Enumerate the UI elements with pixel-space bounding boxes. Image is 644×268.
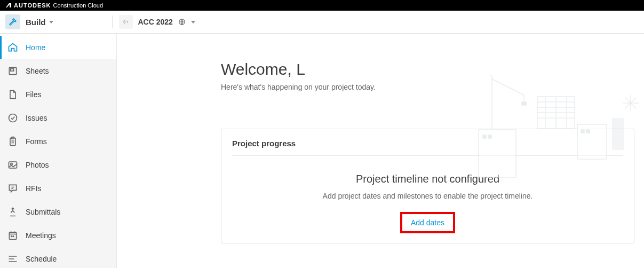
hammer-icon — [8, 17, 18, 27]
sidebar-item-label: Sheets — [26, 67, 49, 75]
product-name: Construction Cloud — [53, 2, 104, 9]
svg-rect-13 — [488, 135, 491, 138]
top-bar: AUTODESK Construction Cloud — [0, 0, 644, 11]
app-name-label: Build — [26, 18, 46, 27]
sidebar-item-files[interactable]: Files — [0, 83, 116, 106]
svg-point-3 — [9, 114, 17, 122]
sheets-icon — [7, 66, 18, 76]
sidebar-item-sheets[interactable]: Sheets — [0, 59, 116, 83]
app-icon[interactable] — [5, 14, 20, 29]
header: Build ACC 2022 — [0, 11, 644, 34]
svg-rect-27 — [581, 130, 584, 133]
svg-line-15 — [492, 79, 524, 95]
sidebar-item-label: Photos — [26, 161, 49, 169]
sidebar-item-label: Files — [26, 90, 42, 99]
brand-name: AUTODESK — [14, 2, 51, 9]
header-divider — [112, 15, 113, 28]
chevron-down-icon — [49, 21, 53, 23]
autodesk-icon — [5, 3, 12, 8]
timeline-desc: Add project dates and milestones to enab… — [232, 192, 623, 200]
sidebar-item-schedule[interactable]: Schedule — [0, 247, 116, 268]
clipboard-icon — [7, 136, 18, 147]
sidebar-item-label: Home — [26, 43, 45, 52]
sidebar-item-photos[interactable]: Photos — [0, 153, 116, 177]
sidebar-item-meetings[interactable]: Meetings — [0, 224, 116, 247]
svg-rect-29 — [612, 118, 624, 150]
back-arrow-icon — [122, 18, 130, 26]
svg-rect-28 — [586, 130, 590, 133]
app-selector[interactable]: Build — [26, 18, 53, 27]
city-illustration — [473, 71, 644, 178]
svg-point-10 — [13, 236, 14, 237]
project-name: ACC 2022 — [138, 18, 173, 26]
photo-icon — [7, 160, 18, 170]
svg-rect-2 — [11, 69, 14, 71]
project-back-button[interactable] — [119, 15, 133, 29]
sidebar-item-label: RFIs — [26, 184, 42, 193]
svg-point-7 — [11, 163, 12, 165]
globe-icon — [178, 18, 186, 26]
sidebar-item-label: Meetings — [26, 231, 56, 240]
sidebar-item-forms[interactable]: Forms — [0, 130, 116, 153]
rfi-icon — [7, 183, 18, 194]
sidebar-item-home[interactable]: Home — [0, 36, 116, 59]
home-icon — [7, 42, 18, 53]
sidebar-item-rfis[interactable]: RFIs — [0, 177, 116, 200]
submittal-icon — [7, 207, 18, 217]
sidebar-item-issues[interactable]: Issues — [0, 106, 116, 130]
svg-rect-17 — [522, 102, 526, 105]
check-circle-icon — [7, 113, 18, 123]
calendar-icon — [7, 230, 18, 241]
sidebar-item-submittals[interactable]: Submittals — [0, 200, 116, 224]
brand-logo[interactable]: AUTODESK Construction Cloud — [5, 2, 103, 9]
add-dates-button[interactable]: Add dates — [400, 212, 455, 233]
sidebar: Home Sheets Files Issues Forms Photos RF… — [0, 34, 117, 268]
sidebar-item-label: Schedule — [26, 255, 57, 263]
svg-rect-12 — [483, 135, 486, 138]
sidebar-item-label: Forms — [26, 137, 47, 146]
sidebar-item-label: Issues — [26, 114, 47, 122]
schedule-icon — [7, 254, 18, 264]
svg-point-9 — [11, 236, 12, 237]
chevron-down-icon[interactable] — [191, 21, 195, 23]
file-icon — [7, 89, 18, 100]
sidebar-item-label: Submittals — [26, 208, 60, 216]
main-content: Welcome, L Here's what's happening on yo… — [117, 34, 644, 268]
